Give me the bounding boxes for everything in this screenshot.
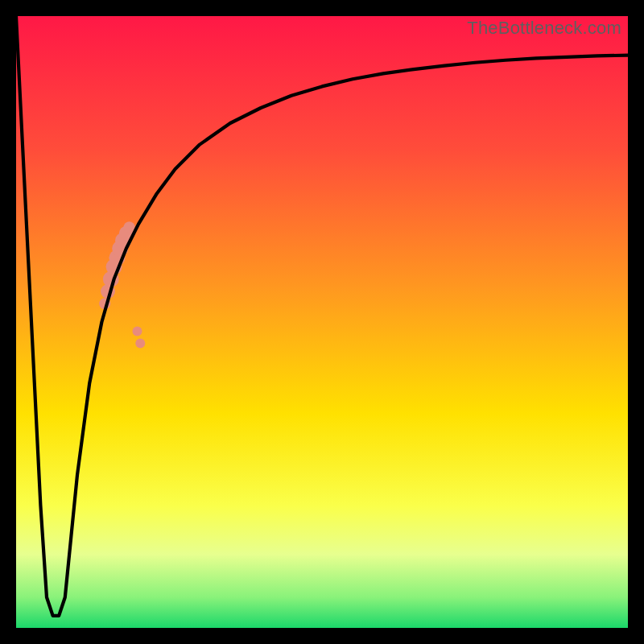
curve-layer xyxy=(16,16,628,628)
bottleneck-curve xyxy=(16,16,628,616)
highlight-dots xyxy=(99,221,145,348)
highlight-dot xyxy=(135,339,145,349)
plot-area: TheBottleneck.com xyxy=(16,16,628,628)
highlight-dot xyxy=(132,326,142,336)
watermark-text: TheBottleneck.com xyxy=(467,18,621,39)
chart-frame: TheBottleneck.com xyxy=(0,0,644,644)
